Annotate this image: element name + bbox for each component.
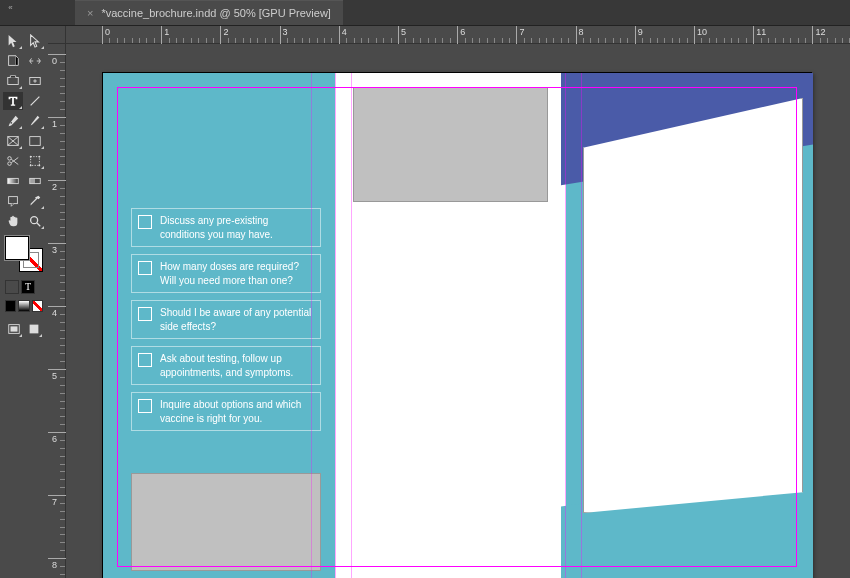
view-mode-normal[interactable] bbox=[5, 320, 23, 338]
horizontal-ruler[interactable]: 0123456789101112 bbox=[66, 26, 850, 44]
margin-guides bbox=[117, 87, 797, 567]
gap-tool[interactable] bbox=[25, 52, 45, 70]
fill-stroke-swatch[interactable] bbox=[5, 236, 43, 272]
fold-guide bbox=[581, 73, 582, 578]
document-tab-title: *vaccine_brochure.indd @ 50% [GPU Previe… bbox=[101, 7, 330, 19]
ruler-tick-label: 9 bbox=[638, 27, 643, 37]
ruler-tick-label: 11 bbox=[756, 27, 766, 37]
direct-selection-tool[interactable] bbox=[25, 32, 45, 50]
ruler-tick-label: 7 bbox=[52, 497, 57, 507]
gradient-feather-tool[interactable] bbox=[25, 172, 45, 190]
free-transform-tool[interactable] bbox=[25, 152, 45, 170]
ruler-tick-label: 2 bbox=[52, 182, 57, 192]
ruler-tick-label: 1 bbox=[52, 119, 57, 129]
fold-guide bbox=[565, 73, 566, 578]
svg-point-14 bbox=[30, 165, 32, 167]
rectangle-tool[interactable] bbox=[25, 132, 45, 150]
svg-point-4 bbox=[10, 122, 12, 124]
content-collector-tool[interactable] bbox=[3, 72, 23, 90]
svg-point-13 bbox=[39, 156, 41, 158]
svg-rect-0 bbox=[9, 56, 16, 66]
ruler-tick-label: 12 bbox=[815, 27, 825, 37]
canvas[interactable]: 0123456789101112 012345678 Discuss any p… bbox=[48, 26, 850, 578]
ruler-tick-label: 10 bbox=[697, 27, 707, 37]
document-page[interactable]: Discuss any pre-existing conditions you … bbox=[102, 72, 812, 578]
line-tool[interactable] bbox=[25, 92, 45, 110]
svg-rect-16 bbox=[8, 178, 19, 183]
ruler-tick-label: 4 bbox=[52, 308, 57, 318]
zoom-tool[interactable] bbox=[25, 212, 45, 230]
rectangle-frame-tool[interactable] bbox=[3, 132, 23, 150]
pen-tool[interactable] bbox=[3, 112, 23, 130]
svg-rect-19 bbox=[9, 197, 18, 204]
svg-point-10 bbox=[8, 162, 12, 166]
close-tab-icon[interactable]: × bbox=[87, 7, 93, 19]
ruler-tick-label: 5 bbox=[401, 27, 406, 37]
document-tab-bar: × *vaccine_brochure.indd @ 50% [GPU Prev… bbox=[0, 0, 850, 26]
ruler-origin[interactable] bbox=[48, 26, 66, 44]
pencil-tool[interactable] bbox=[25, 112, 45, 130]
scissors-tool[interactable] bbox=[3, 152, 23, 170]
ruler-tick-label: 5 bbox=[52, 371, 57, 381]
panel-drawer-toggle[interactable] bbox=[0, 0, 20, 14]
fold-guide bbox=[335, 73, 336, 578]
eyedropper-tool[interactable] bbox=[25, 192, 45, 210]
ruler-tick-label: 2 bbox=[223, 27, 228, 37]
ruler-tick-label: 4 bbox=[342, 27, 347, 37]
tools-panel: T bbox=[0, 26, 48, 578]
apply-color-icon[interactable] bbox=[5, 300, 16, 312]
vertical-ruler[interactable]: 012345678 bbox=[48, 26, 66, 578]
view-mode-preview[interactable] bbox=[25, 320, 43, 338]
svg-rect-23 bbox=[11, 326, 18, 331]
svg-rect-24 bbox=[30, 325, 39, 334]
formatting-text-icon[interactable]: T bbox=[21, 280, 35, 294]
column-guide bbox=[311, 73, 312, 578]
ruler-tick-label: 0 bbox=[52, 56, 57, 66]
svg-line-3 bbox=[31, 97, 40, 106]
ruler-tick-label: 6 bbox=[460, 27, 465, 37]
ruler-tick-label: 6 bbox=[52, 434, 57, 444]
ruler-tick-label: 7 bbox=[519, 27, 524, 37]
content-placer-tool[interactable] bbox=[25, 72, 45, 90]
ruler-tick-label: 3 bbox=[283, 27, 288, 37]
svg-rect-1 bbox=[8, 78, 19, 85]
svg-line-21 bbox=[37, 223, 41, 227]
fill-swatch[interactable] bbox=[5, 236, 29, 260]
page-tool[interactable] bbox=[3, 52, 23, 70]
svg-point-9 bbox=[8, 157, 12, 161]
fold-guide bbox=[351, 73, 352, 578]
type-tool[interactable] bbox=[3, 92, 23, 110]
gradient-swatch-tool[interactable] bbox=[3, 172, 23, 190]
ruler-tick-label: 0 bbox=[105, 27, 110, 37]
hand-tool[interactable] bbox=[3, 212, 23, 230]
ruler-tick-label: 8 bbox=[52, 560, 57, 570]
svg-rect-11 bbox=[31, 157, 40, 166]
ruler-tick-label: 3 bbox=[52, 245, 57, 255]
note-tool[interactable] bbox=[3, 192, 23, 210]
svg-rect-8 bbox=[30, 137, 41, 146]
ruler-tick-label: 1 bbox=[164, 27, 169, 37]
svg-rect-18 bbox=[30, 178, 35, 183]
selection-tool[interactable] bbox=[3, 32, 23, 50]
ruler-tick-label: 8 bbox=[579, 27, 584, 37]
apply-none-icon[interactable] bbox=[32, 300, 43, 312]
svg-point-12 bbox=[30, 156, 32, 158]
document-tab[interactable]: × *vaccine_brochure.indd @ 50% [GPU Prev… bbox=[75, 0, 343, 25]
svg-point-15 bbox=[39, 165, 41, 167]
apply-gradient-icon[interactable] bbox=[18, 300, 29, 312]
svg-point-20 bbox=[31, 217, 38, 224]
formatting-container-icon[interactable] bbox=[5, 280, 19, 294]
